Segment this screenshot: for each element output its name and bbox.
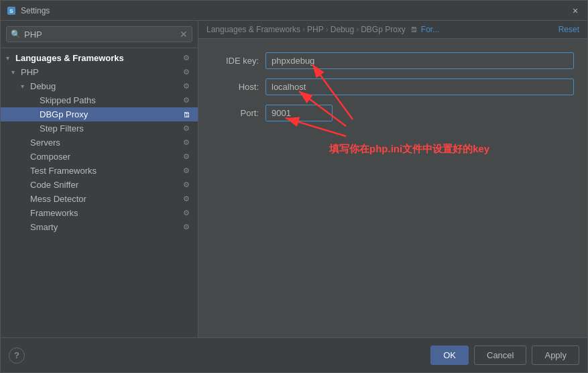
window-title: Settings [21,6,569,15]
port-label: Port: [212,108,266,118]
sidebar-tree: Languages & Frameworks ⚙ PHP ⚙ Debug ⚙ [1,48,198,337]
breadcrumb: Languages & Frameworks › PHP › Debug › D… [198,21,587,39]
annotation-text: 填写你在php.ini文件中设置好的key [329,143,489,156]
breadcrumb-php: PHP [307,25,324,34]
sidebar-label-smarty: Smarty [30,222,180,232]
app-icon: S [6,5,17,16]
sidebar-label-skipped-paths: Skipped Paths [40,95,180,105]
arrow-debug [21,83,30,90]
breadcrumb-languages: Languages & Frameworks [207,25,300,34]
sidebar-label-languages-frameworks: Languages & Frameworks [15,53,180,63]
icon-code-sniffer: ⚙ [180,180,192,190]
ide-key-input[interactable] [266,52,574,69]
icon-debug: ⚙ [180,82,192,91]
settings-window: S Settings × 🔍 ✕ Languages & Frameworks … [0,0,588,373]
sidebar-item-code-sniffer[interactable]: Code Sniffer ⚙ [1,178,198,192]
host-label: Host: [212,82,266,92]
title-bar: S Settings × [1,1,587,21]
icon-test-frameworks: ⚙ [180,166,192,176]
help-button[interactable]: ? [9,348,25,364]
sidebar-item-dbgp-proxy[interactable]: DBGp Proxy 🖺 [1,107,198,121]
sidebar-item-languages-frameworks[interactable]: Languages & Frameworks ⚙ [1,51,198,65]
sidebar-item-smarty[interactable]: Smarty ⚙ [1,220,198,234]
bottom-bar: ? OK Cancel Apply [1,337,587,372]
sidebar-item-skipped-paths[interactable]: Skipped Paths ⚙ [1,93,198,107]
port-input[interactable] [266,105,333,121]
sidebar: 🔍 ✕ Languages & Frameworks ⚙ PHP ⚙ [1,21,198,337]
icon-languages-frameworks: ⚙ [180,54,192,63]
search-icon: 🔍 [11,30,21,39]
svg-text:S: S [9,8,13,14]
breadcrumb-dbgp: DBGp Proxy [361,25,406,34]
search-input[interactable] [24,30,180,40]
sidebar-label-mess-detector: Mess Detector [30,194,180,204]
sidebar-label-code-sniffer: Code Sniffer [30,180,180,190]
sidebar-item-php[interactable]: PHP ⚙ [1,65,198,79]
sidebar-item-mess-detector[interactable]: Mess Detector ⚙ [1,192,198,206]
close-button[interactable]: × [569,4,582,17]
sidebar-item-debug[interactable]: Debug ⚙ [1,79,198,93]
sidebar-label-dbgp-proxy: DBGp Proxy [40,109,180,119]
icon-frameworks: ⚙ [180,209,192,218]
sidebar-label-step-filters: Step Filters [40,123,180,134]
sidebar-label-servers: Servers [30,138,180,148]
sidebar-item-servers[interactable]: Servers ⚙ [1,136,198,150]
sidebar-item-test-frameworks[interactable]: Test Frameworks ⚙ [1,164,198,178]
reset-button[interactable]: Reset [558,25,579,34]
icon-skipped-paths: ⚙ [180,96,192,105]
sidebar-label-frameworks: Frameworks [30,208,180,218]
ok-button[interactable]: OK [430,345,469,365]
sidebar-label-composer: Composer [30,152,180,162]
icon-dbgp-proxy: 🖺 [180,110,192,119]
search-wrapper: 🔍 ✕ [6,26,192,42]
icon-step-filters: ⚙ [180,124,192,134]
right-panel: Languages & Frameworks › PHP › Debug › D… [198,21,587,337]
arrow-php [11,68,21,76]
arrow-languages-frameworks [6,54,15,62]
icon-smarty: ⚙ [180,223,192,232]
icon-mess-detector: ⚙ [180,195,192,204]
port-row: Port: [212,105,574,121]
icon-composer: ⚙ [180,152,192,162]
breadcrumb-sep1: › [302,25,305,34]
form-area: IDE key: Host: Port: [198,39,587,337]
sidebar-item-step-filters[interactable]: Step Filters ⚙ [1,121,198,136]
icon-php: ⚙ [180,68,192,77]
sidebar-item-frameworks[interactable]: Frameworks ⚙ [1,206,198,220]
sidebar-label-php: PHP [21,67,180,77]
sidebar-item-composer[interactable]: Composer ⚙ [1,150,198,164]
copy-icon: 🖺 [410,25,418,34]
breadcrumb-sep3: › [356,25,359,34]
breadcrumb-sep2: › [326,25,329,34]
ide-key-row: IDE key: [212,52,574,69]
host-input[interactable] [266,78,574,95]
breadcrumb-debug: Debug [331,25,354,34]
search-bar: 🔍 ✕ [1,21,198,48]
breadcrumb-for: For... [421,25,439,34]
icon-servers: ⚙ [180,138,192,148]
ide-key-label: IDE key: [212,56,266,66]
cancel-button[interactable]: Cancel [474,345,526,365]
search-clear-button[interactable]: ✕ [180,29,188,40]
sidebar-label-test-frameworks: Test Frameworks [30,166,180,176]
host-row: Host: [212,78,574,95]
main-content: 🔍 ✕ Languages & Frameworks ⚙ PHP ⚙ [1,21,587,337]
sidebar-label-debug: Debug [30,81,180,91]
apply-button[interactable]: Apply [532,345,579,365]
